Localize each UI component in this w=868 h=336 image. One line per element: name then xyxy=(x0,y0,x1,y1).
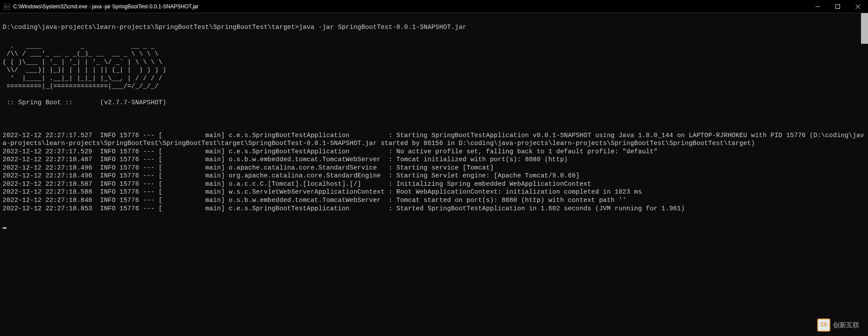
log-line: 2022-12-12 22:27:18.496 INFO 15776 --- [… xyxy=(3,172,865,180)
spring-ascii-banner: . ____ _ __ _ _ /\\ / ___'_ __ _ _(_)_ _… xyxy=(3,42,865,91)
maximize-button[interactable] xyxy=(828,0,848,13)
watermark-logo: CX xyxy=(817,318,830,332)
window-controls xyxy=(808,0,868,13)
log-line: 2022-12-12 22:27:18.588 INFO 15776 --- [… xyxy=(3,188,865,196)
watermark-text: 创新互联 xyxy=(833,321,859,329)
command-prompt-line: D:\coding\java-projects\learn-projects\S… xyxy=(3,23,865,32)
window-titlebar: C:\ C:\Windows\System32\cmd.exe - java -… xyxy=(0,0,868,13)
log-line: 2022-12-12 22:27:18.587 INFO 15776 --- [… xyxy=(3,180,865,188)
terminal-output[interactable]: D:\coding\java-projects\learn-projects\S… xyxy=(0,13,868,336)
terminal-cursor xyxy=(3,227,7,229)
minimize-button[interactable] xyxy=(808,0,828,13)
log-line: 2022-12-12 22:27:18.487 INFO 15776 --- [… xyxy=(3,156,865,164)
log-line: 2022-12-12 22:27:18.846 INFO 15776 --- [… xyxy=(3,196,865,205)
log-line: 2022-12-12 22:27:18.853 INFO 15776 --- [… xyxy=(3,205,865,213)
close-button[interactable] xyxy=(848,0,868,13)
watermark: CX 创新互联 xyxy=(817,318,859,332)
log-output: 2022-12-12 22:27:17.527 INFO 15776 --- [… xyxy=(3,131,865,212)
cmd-icon: C:\ xyxy=(4,3,11,10)
svg-text:C:\: C:\ xyxy=(5,5,10,9)
log-line: 2022-12-12 22:27:18.496 INFO 15776 --- [… xyxy=(3,164,865,172)
log-line: 2022-12-12 22:27:17.529 INFO 15776 --- [… xyxy=(3,148,865,156)
window-title: C:\Windows\System32\cmd.exe - java -jar … xyxy=(13,4,808,10)
svg-rect-3 xyxy=(836,5,840,9)
spring-boot-version-line: :: Spring Boot :: (v2.7.7-SNAPSHOT) xyxy=(3,99,865,107)
log-line: 2022-12-12 22:27:17.527 INFO 15776 --- [… xyxy=(3,131,865,148)
blank-line xyxy=(3,115,865,124)
